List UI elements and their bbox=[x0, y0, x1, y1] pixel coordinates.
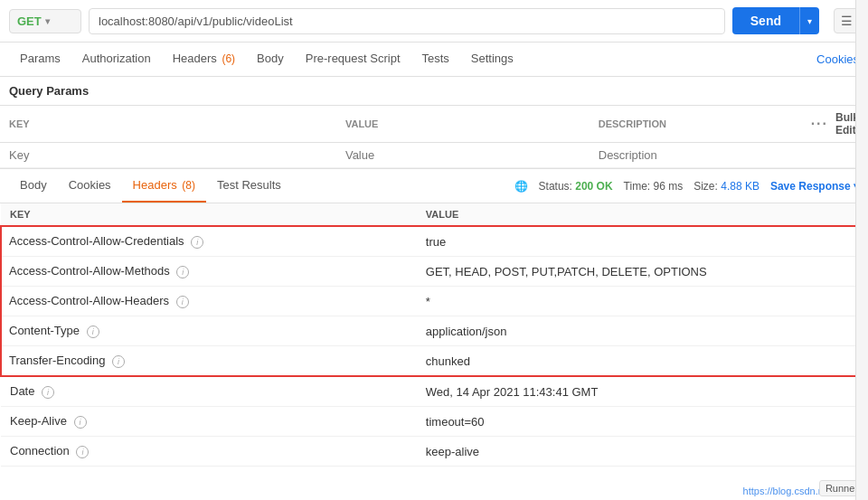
header-key-text: Access-Control-Allow-Headers bbox=[9, 294, 169, 307]
highlighted-header-row-3: Content-Type i application/json bbox=[1, 316, 867, 346]
query-params-label: Query Params bbox=[0, 77, 868, 105]
resp-value-cell: true bbox=[417, 226, 867, 257]
request-tabs: Params Authorization Headers (6) Body Pr… bbox=[0, 42, 868, 77]
highlighted-header-row-4: Transfer-Encoding i chunked bbox=[1, 346, 867, 377]
resp-key-cell: Transfer-Encoding i bbox=[1, 346, 417, 377]
resp-value-cell: Wed, 14 Apr 2021 11:43:41 GMT bbox=[417, 376, 867, 407]
response-headers-table: KEY VALUE Access-Control-Allow-Credentia… bbox=[0, 203, 868, 467]
top-bar: GET ▾ Send ▾ ☰ bbox=[0, 0, 868, 42]
info-icon[interactable]: i bbox=[87, 325, 99, 338]
key-col-header: KEY bbox=[0, 106, 336, 143]
header-key-text: Content-Type bbox=[9, 324, 80, 337]
status-label: Status: 200 OK bbox=[539, 180, 613, 193]
description-col-header: DESCRIPTION bbox=[590, 106, 802, 143]
resp-key-cell: Keep-Alive i bbox=[1, 407, 417, 437]
description-input[interactable] bbox=[599, 148, 793, 162]
size-value: 4.88 KB bbox=[721, 180, 760, 193]
tab-headers[interactable]: Headers (6) bbox=[162, 42, 246, 76]
info-icon[interactable]: i bbox=[176, 296, 189, 308]
header-key-text: Keep-Alive bbox=[10, 414, 67, 428]
resp-tab-test-results[interactable]: Test Results bbox=[206, 169, 292, 203]
info-icon[interactable]: i bbox=[42, 386, 54, 399]
resp-key-cell: Content-Type i bbox=[1, 316, 417, 346]
value-input[interactable] bbox=[345, 148, 580, 162]
resp-headers-badge: (8) bbox=[182, 179, 195, 192]
header-key-text: Date bbox=[10, 384, 34, 398]
header-key-text: Transfer-Encoding bbox=[9, 354, 105, 367]
resp-key-cell: Access-Control-Allow-Methods i bbox=[1, 257, 417, 287]
response-status-bar: 🌐 Status: 200 OK Time: 96 ms Size: 4.88 … bbox=[514, 180, 859, 193]
params-table: KEY VALUE DESCRIPTION ··· Bulk Edit bbox=[0, 105, 868, 168]
status-value: 200 OK bbox=[575, 180, 612, 193]
resp-tab-cookies[interactable]: Cookies bbox=[58, 169, 122, 203]
more-options-icon[interactable]: ··· bbox=[811, 116, 828, 132]
resp-value-cell: timeout=60 bbox=[417, 407, 867, 437]
save-response-button[interactable]: Save Response ▾ bbox=[770, 180, 859, 193]
headers-badge: (6) bbox=[222, 52, 235, 65]
key-input[interactable] bbox=[9, 148, 327, 162]
globe-icon: 🌐 bbox=[514, 180, 528, 193]
tab-tests[interactable]: Tests bbox=[411, 42, 460, 76]
resp-value-cell: application/json bbox=[417, 316, 867, 346]
method-label: GET bbox=[17, 14, 42, 28]
header-key-text: Access-Control-Allow-Methods bbox=[9, 264, 170, 278]
resp-value-cell: chunked bbox=[417, 346, 867, 377]
size-label: Size: 4.88 KB bbox=[693, 180, 760, 193]
highlighted-header-row-0: Access-Control-Allow-Credentials i true bbox=[1, 226, 867, 257]
value-col-header: VALUE bbox=[336, 106, 590, 143]
time-value: 96 ms bbox=[654, 180, 684, 193]
resp-header-row-connection: Connection i keep-alive bbox=[1, 437, 867, 467]
tab-settings[interactable]: Settings bbox=[460, 42, 524, 76]
header-key-text: Connection bbox=[10, 444, 70, 458]
resp-key-cell: Access-Control-Allow-Credentials i bbox=[1, 226, 417, 257]
send-dropdown-button[interactable]: ▾ bbox=[799, 7, 819, 34]
resp-key-col-header: KEY bbox=[1, 203, 417, 226]
highlighted-header-row-1: Access-Control-Allow-Methods i GET, HEAD… bbox=[1, 257, 867, 287]
resp-value-cell: keep-alive bbox=[417, 437, 867, 467]
cookies-link[interactable]: Cookies bbox=[816, 52, 859, 66]
resp-header-row-keepalive: Keep-Alive i timeout=60 bbox=[1, 407, 867, 437]
info-icon[interactable]: i bbox=[112, 355, 125, 368]
resp-value-cell: GET, HEAD, POST, PUT,PATCH, DELETE, OPTI… bbox=[417, 257, 867, 287]
method-select[interactable]: GET ▾ bbox=[9, 9, 81, 33]
table-row bbox=[0, 143, 868, 168]
resp-key-cell: Connection i bbox=[1, 437, 417, 467]
info-icon[interactable]: i bbox=[76, 446, 89, 458]
col-actions: ··· Bulk Edit bbox=[811, 111, 859, 137]
response-tabs: Body Cookies Headers (8) Test Results 🌐 … bbox=[0, 169, 868, 203]
resp-header-row-date: Date i Wed, 14 Apr 2021 11:43:41 GMT bbox=[1, 376, 867, 407]
resp-value-cell: * bbox=[417, 287, 867, 316]
resp-tab-headers[interactable]: Headers (8) bbox=[122, 169, 206, 203]
resp-value-col-header: VALUE bbox=[417, 203, 867, 226]
tab-prerequest[interactable]: Pre-request Script bbox=[295, 42, 411, 76]
url-input[interactable] bbox=[89, 8, 725, 34]
header-key-text: Access-Control-Allow-Credentials bbox=[9, 234, 184, 248]
resp-tab-body[interactable]: Body bbox=[9, 169, 58, 203]
send-button-group: Send ▾ bbox=[732, 7, 819, 34]
info-icon[interactable]: i bbox=[74, 416, 87, 429]
info-icon[interactable]: i bbox=[176, 266, 189, 278]
resp-key-cell: Date i bbox=[1, 376, 417, 407]
send-button[interactable]: Send bbox=[732, 7, 799, 34]
tab-params[interactable]: Params bbox=[9, 42, 71, 76]
resp-key-cell: Access-Control-Allow-Headers i bbox=[1, 287, 417, 316]
info-icon[interactable]: i bbox=[191, 236, 203, 249]
tab-body[interactable]: Body bbox=[246, 42, 295, 76]
tab-authorization[interactable]: Authorization bbox=[71, 42, 162, 76]
method-chevron-icon: ▾ bbox=[45, 16, 50, 26]
side-panel bbox=[855, 0, 868, 500]
time-label: Time: 96 ms bbox=[624, 180, 684, 193]
highlighted-header-row-2: Access-Control-Allow-Headers i * bbox=[1, 287, 867, 316]
